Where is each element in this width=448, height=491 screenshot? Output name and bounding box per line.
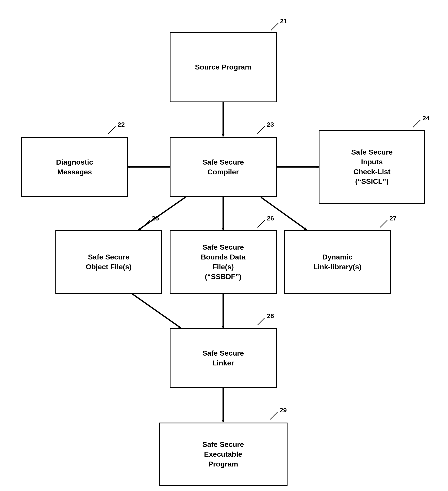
box-label: Diagnostic Messages [56, 157, 93, 177]
box-label: Source Program [195, 62, 252, 72]
box-safe-secure-linker: Safe Secure Linker [170, 328, 277, 388]
box-label: Safe Secure Inputs Check-List (“SSICL”) [351, 147, 393, 187]
svg-line-9 [271, 23, 278, 30]
ref-tick-icon [256, 125, 266, 135]
box-dynamic-link-library: Dynamic Link-library(s) [284, 230, 391, 294]
ref-label: 28 [267, 312, 274, 320]
box-safe-secure-bounds-data-files: Safe Secure Bounds Data File(s) (“SSBDF”… [170, 230, 277, 294]
svg-line-14 [257, 220, 265, 227]
box-safe-secure-object-files: Safe Secure Object File(s) [56, 230, 162, 294]
svg-line-15 [380, 220, 387, 227]
svg-line-7 [132, 294, 181, 328]
ref-label: 29 [280, 406, 287, 414]
ref-label: 24 [422, 114, 429, 122]
box-safe-secure-inputs-check-list: Safe Secure Inputs Check-List (“SSICL”) [319, 130, 425, 204]
box-source-program: Source Program [170, 32, 277, 102]
svg-line-10 [108, 126, 115, 134]
box-label: Safe Secure Compiler [203, 157, 244, 177]
ref-label: 22 [118, 121, 125, 128]
svg-line-17 [270, 412, 278, 419]
svg-line-12 [413, 120, 420, 127]
ref-label: 26 [267, 215, 274, 222]
ref-label: 25 [152, 215, 159, 222]
ref-tick-icon [141, 218, 151, 229]
svg-line-5 [261, 197, 307, 230]
box-safe-secure-executable-program: Safe Secure Executable Program [159, 423, 288, 486]
ref-label: 23 [267, 121, 274, 128]
svg-line-16 [257, 318, 265, 325]
flowchart-canvas: Source Program 21 Diagnostic Messages 22… [0, 0, 448, 491]
svg-line-13 [142, 220, 150, 227]
ref-label: 21 [280, 18, 287, 25]
ref-tick-icon [107, 125, 117, 135]
ref-tick-icon [256, 218, 266, 229]
svg-line-11 [257, 126, 265, 134]
box-diagnostic-messages: Diagnostic Messages [21, 137, 128, 197]
ref-label: 27 [389, 215, 396, 222]
box-label: Safe Secure Linker [203, 348, 244, 368]
ref-tick-icon [269, 21, 280, 32]
box-safe-secure-compiler: Safe Secure Compiler [170, 137, 277, 197]
box-label: Safe Secure Object File(s) [86, 252, 131, 272]
box-label: Safe Secure Bounds Data File(s) (“SSBDF”… [201, 242, 245, 282]
box-label: Safe Secure Executable Program [203, 440, 244, 469]
ref-tick-icon [378, 218, 389, 229]
svg-line-4 [139, 197, 186, 230]
ref-tick-icon [411, 118, 422, 129]
ref-tick-icon [269, 410, 279, 421]
box-label: Dynamic Link-library(s) [313, 252, 362, 272]
ref-tick-icon [256, 316, 266, 327]
